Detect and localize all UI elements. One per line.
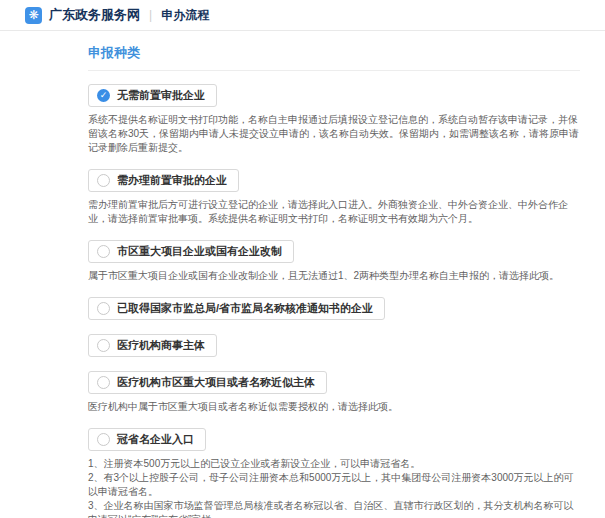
option-description: 系统不提供名称证明文书打印功能，名称自主申报通过后填报设立登记信息的，系统自动暂… (88, 113, 580, 155)
option-label: 冠省名企业入口 (117, 432, 194, 447)
header: ❋ 广东政务服务网 | 申办流程 (0, 0, 605, 31)
option-no-preapproval: ✓ 无需前置审批企业 系统不提供名称证明文书打印功能，名称自主申报通过后填报设立… (88, 84, 580, 155)
option-label: 需办理前置审批的企业 (117, 173, 227, 188)
option-notes-list: 1、注册资本500万元以上的已设立企业或者新设立企业，可以申请冠省名。 2、有3… (88, 457, 580, 518)
option-description: 需办理前置审批后方可进行设立登记的企业，请选择此入口进入。外商独资企业、中外合资… (88, 198, 580, 226)
header-nav-title: 申办流程 (161, 7, 209, 24)
option-label: 已取得国家市监总局/省市监局名称核准通知书的企业 (117, 301, 373, 316)
radio-checked-icon[interactable]: ✓ (97, 89, 110, 102)
option-medical-major-project-similar-name: 医疗机构市区重大项目或者名称近似主体 医疗机构中属于市区重大项目或者名称近似需要… (88, 371, 580, 414)
option-radio-box[interactable]: ✓ 无需前置审批企业 (88, 84, 217, 107)
radio-unchecked-icon[interactable] (97, 433, 110, 446)
option-label: 市区重大项目企业或国有企业改制 (117, 244, 282, 259)
option-description: 属于市区重大项目企业或国有企业改制企业，且无法通过1、2两种类型办理名称自主申报… (88, 269, 580, 283)
option-major-project-or-soe-reform: 市区重大项目企业或国有企业改制 属于市区重大项目企业或国有企业改制企业，且无法通… (88, 240, 580, 283)
option-radio-box[interactable]: 冠省名企业入口 (88, 428, 206, 451)
option-radio-box[interactable]: 市区重大项目企业或国有企业改制 (88, 240, 294, 263)
note-item: 2、有3个以上控股子公司，母子公司注册资本总和5000万元以上，其中集团母公司注… (88, 471, 580, 499)
option-radio-box[interactable]: 医疗机构商事主体 (88, 334, 217, 357)
option-description: 医疗机构中属于市区重大项目或者名称近似需要授权的，请选择此项。 (88, 400, 580, 414)
option-province-prefixed-name-entry: 冠省名企业入口 1、注册资本500万元以上的已设立企业或者新设立企业，可以申请冠… (88, 428, 580, 518)
option-radio-box[interactable]: 已取得国家市监总局/省市监局名称核准通知书的企业 (88, 297, 385, 320)
note-item: 3、企业名称由国家市场监督管理总局核准或者名称冠以省、自治区、直辖市行政区划的，… (88, 499, 580, 518)
radio-unchecked-icon[interactable] (97, 302, 110, 315)
option-radio-box[interactable]: 医疗机构市区重大项目或者名称近似主体 (88, 371, 327, 394)
option-medical-commercial-entity: 医疗机构商事主体 (88, 334, 580, 357)
option-label: 医疗机构商事主体 (117, 338, 205, 353)
option-preapproval-required: 需办理前置审批的企业 需办理前置审批后方可进行设立登记的企业，请选择此入口进入。… (88, 169, 580, 226)
radio-unchecked-icon[interactable] (97, 245, 110, 258)
header-separator: | (149, 8, 152, 22)
gd-gov-flower-logo-icon: ❋ (25, 7, 42, 24)
option-samr-approved-name: 已取得国家市监总局/省市监局名称核准通知书的企业 (88, 297, 580, 320)
radio-unchecked-icon[interactable] (97, 339, 110, 352)
option-label: 无需前置审批企业 (117, 88, 205, 103)
radio-unchecked-icon[interactable] (97, 174, 110, 187)
option-radio-box[interactable]: 需办理前置审批的企业 (88, 169, 239, 192)
radio-unchecked-icon[interactable] (97, 376, 110, 389)
brand-home-link[interactable]: 广东政务服务网 (49, 6, 140, 24)
main-content: 申报种类 ✓ 无需前置审批企业 系统不提供名称证明文书打印功能，名称自主申报通过… (0, 31, 605, 518)
option-label: 医疗机构市区重大项目或者名称近似主体 (117, 375, 315, 390)
page-title: 申报种类 (88, 44, 580, 71)
note-item: 1、注册资本500万元以上的已设立企业或者新设立企业，可以申请冠省名。 (88, 457, 580, 471)
